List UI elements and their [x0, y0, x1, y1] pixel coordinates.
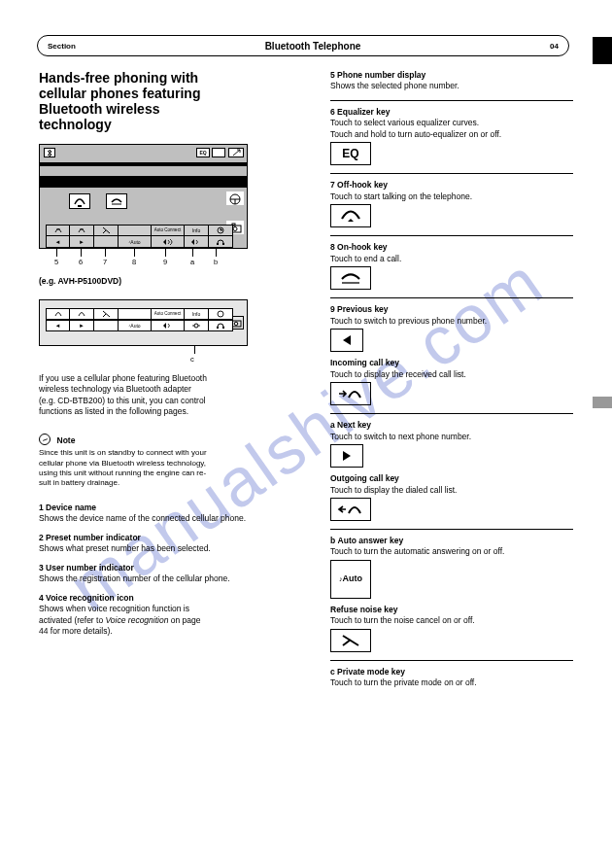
onhook-mini-icon	[106, 193, 127, 209]
noise-cancel-key-icon	[330, 629, 371, 652]
intro-text: If you use a cellular phone featuring Bl…	[39, 373, 311, 418]
next-key-icon	[330, 444, 363, 468]
page-edge-mark	[593, 37, 612, 64]
callout-desc-1: 1 Device name Shows the device name of t…	[39, 503, 311, 525]
callout-desc-3: 3 User number indicator Shows the regist…	[39, 563, 311, 585]
callout-ticks: 5 6 7 8 9 a b	[39, 249, 248, 268]
eq-key: EQ	[330, 142, 371, 165]
item-b: b Auto answer key Touch to turn the auto…	[330, 536, 573, 652]
item-c: c Private mode key Touch to turn the pri…	[330, 667, 573, 689]
page-heading: Hands-free phoning with cellular phones …	[39, 70, 311, 132]
callout-c: c	[190, 355, 194, 364]
item-9: 9 Previous key Touch to switch to previo…	[330, 304, 573, 405]
offhook-mini-icon	[69, 193, 90, 209]
model-note: (e.g. AVH-P5100DVD)	[39, 276, 311, 287]
section-header: Section Bluetooth Telephone 04	[37, 35, 569, 56]
item-8: 8 On-hook key Touch to end a call.	[330, 242, 573, 290]
page-side-tab	[593, 397, 612, 408]
offhook-key-icon	[330, 204, 371, 227]
svg-rect-11	[217, 327, 219, 329]
onhook-key-icon	[330, 266, 371, 290]
steering-icon	[226, 191, 244, 205]
note-icon	[39, 434, 51, 445]
section-number: 04	[529, 42, 559, 51]
svg-rect-6	[222, 243, 224, 245]
section-title: Bluetooth Telephone	[96, 41, 529, 52]
note-block: Note Since this unit is on standby to co…	[39, 432, 311, 489]
svg-point-8	[234, 322, 238, 326]
item-5: 5 Phone number display Shows the selecte…	[330, 70, 573, 92]
bluetooth-icon	[47, 149, 53, 157]
screen-mock-main: EQ	[39, 144, 248, 249]
item-a: a Next key Touch to switch to next phone…	[330, 420, 573, 521]
item-7: 7 Off-hook key Touch to start talking on…	[330, 180, 573, 227]
section-label: Section	[48, 42, 76, 51]
outgoing-key-icon	[330, 498, 371, 521]
prev-key-icon	[330, 329, 363, 352]
callout-desc-4: 4 Voice recognition icon Shows when voic…	[39, 593, 311, 638]
svg-rect-12	[222, 327, 224, 329]
svg-rect-5	[217, 243, 219, 245]
callout-desc-2: 2 Preset number indicator Shows what pre…	[39, 533, 311, 555]
eq-indicator: EQ	[196, 148, 210, 157]
svg-point-9	[218, 311, 223, 317]
incoming-key-icon	[330, 382, 371, 405]
signal-indicator	[212, 148, 225, 157]
expand-icon	[228, 148, 244, 157]
item-6: 6 Equalizer key Touch to select various …	[330, 107, 573, 165]
svg-point-2	[233, 226, 237, 230]
auto-answer-key: ♪Auto	[330, 560, 371, 599]
screen-mock-alt: Auto Connect Info ◄ ► ♪Auto	[39, 299, 248, 346]
svg-point-10	[194, 324, 198, 328]
